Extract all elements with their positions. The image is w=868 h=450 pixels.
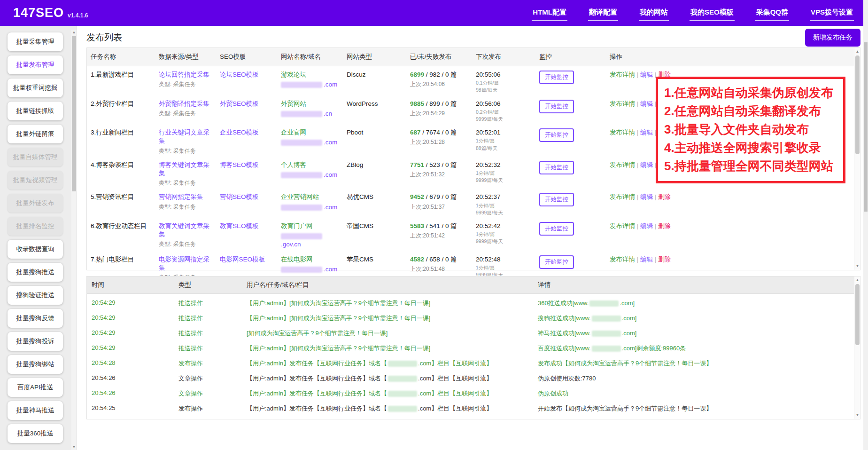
scroll-down-icon[interactable]: ▼: [855, 263, 860, 269]
delete-link[interactable]: 删除: [658, 222, 671, 229]
sidebar-item[interactable]: 批量采集管理: [8, 32, 63, 51]
log-row: 20:54:29推送操作【用户:admin】[如何成为淘宝运营高手？9个细节需注…: [87, 341, 860, 356]
edit-link[interactable]: 编辑: [640, 100, 653, 107]
nav-item[interactable]: 我的网站: [639, 5, 669, 21]
template-link[interactable]: 外贸SEO模板: [220, 100, 274, 108]
sidebar-item[interactable]: 批量链接抓取: [8, 102, 63, 120]
sidebar-item[interactable]: 搜狗验证推送: [8, 286, 63, 305]
nav-item[interactable]: VPS拨号设置: [810, 5, 854, 21]
source-link[interactable]: 外贸翻译指定采集: [159, 100, 213, 108]
domain-suffix: .com: [324, 266, 337, 273]
next-publish-cell: 20:52:011分钟/篇88篇/每天: [472, 124, 535, 157]
scroll-up-icon[interactable]: ▲: [855, 49, 860, 55]
top-bar: 147SEO v1.4.1.6 HTML配置翻译配置我的网站我的SEO模版采集Q…: [0, 0, 868, 26]
template-link[interactable]: 博客SEO模板: [220, 161, 274, 169]
sidebar-item[interactable]: 批量搜狗绑站: [8, 355, 63, 374]
delete-link[interactable]: 删除: [658, 193, 671, 200]
start-monitor-button[interactable]: 开始监控: [539, 222, 574, 236]
source-link[interactable]: 行业关键词文章采集: [159, 128, 213, 145]
published-count: 4582: [410, 256, 424, 263]
col-next-publish: 下次发布: [472, 48, 535, 66]
start-monitor-button[interactable]: 开始监控: [539, 193, 574, 206]
sidebar-item[interactable]: 批量360推送: [8, 424, 63, 443]
start-monitor-button[interactable]: 开始监控: [539, 128, 574, 142]
template-link[interactable]: 电影网SEO模板: [220, 255, 274, 264]
publish-counts: 4582 / 658 / 0 篇: [410, 255, 469, 264]
nav-item[interactable]: 我的SEO模版: [690, 5, 735, 21]
sidebar-item[interactable]: 批量神马推送: [8, 401, 63, 420]
task-template-cell: 营销SEO模板: [216, 189, 277, 218]
source-link[interactable]: 电影资源网指定采集: [159, 255, 213, 272]
publish-detail-link[interactable]: 发布详情: [610, 100, 635, 107]
redacted-domain: [388, 391, 417, 397]
edit-link[interactable]: 编辑: [640, 256, 653, 263]
sidebar-item[interactable]: 收录数据查询: [8, 240, 63, 259]
page-scroll-thumb[interactable]: [864, 42, 868, 212]
source-link[interactable]: 营销网指定采集: [159, 193, 213, 201]
sidebar-item[interactable]: 批量发布管理: [8, 55, 63, 74]
scroll-down-icon[interactable]: ▼: [71, 444, 77, 450]
sidebar-item[interactable]: 百度API推送: [8, 378, 63, 397]
template-link[interactable]: 企业SEO模板: [220, 128, 274, 137]
log-table-header: 时间 类型 用户名/任务/域名/栏目 详情: [87, 276, 860, 294]
template-link[interactable]: 教育SEO模板: [220, 222, 274, 230]
col-data-source: 数据来源/类型: [155, 48, 216, 66]
log-task-suffix: .com】栏目【互联网引流】: [418, 375, 492, 382]
log-table-scrollbar[interactable]: ▲ ▼: [854, 276, 860, 419]
log-row: 20:54:25发布操作【用户:admin】发布任务【互联网行业任务】域名【.c…: [87, 401, 860, 416]
sidebar-item[interactable]: 批量搜狗推送: [8, 263, 63, 282]
scroll-up-icon[interactable]: ▲: [855, 277, 860, 283]
publish-detail-link[interactable]: 发布详情: [610, 256, 635, 263]
nav-item[interactable]: 采集QQ群: [755, 5, 789, 21]
sidebar-item[interactable]: 批量外链留痕: [8, 125, 63, 143]
nav-item[interactable]: HTML配置: [532, 5, 567, 21]
scroll-down-icon[interactable]: ▼: [855, 412, 860, 418]
start-monitor-button[interactable]: 开始监控: [539, 100, 574, 113]
task-table-scrollbar[interactable]: ▲ ▼: [854, 48, 860, 270]
log-detail: 伪原创成功: [533, 386, 860, 401]
sidebar-item[interactable]: 批量权重词挖掘: [8, 79, 63, 97]
nav-item[interactable]: 翻译配置: [588, 5, 618, 21]
daily-limit: 98篇/每天: [476, 87, 533, 93]
log-detail: 开始发布【如何成为淘宝运营高手？9个细节需注意！每日一课】: [533, 401, 860, 416]
sidebar-item[interactable]: 批量搜狗投诉: [8, 332, 63, 351]
delete-link[interactable]: 删除: [658, 256, 671, 263]
publish-rate: 1分钟/篇: [476, 170, 533, 176]
source-link[interactable]: 博客关键词文章采集: [159, 161, 213, 178]
log-scroll-thumb[interactable]: [855, 284, 860, 345]
edit-link[interactable]: 编辑: [640, 71, 653, 78]
start-monitor-button[interactable]: 开始监控: [539, 161, 574, 174]
add-publish-task-button[interactable]: 新增发布任务: [805, 29, 860, 47]
log-row: 20:54:29推送操作[如何成为淘宝运营高手？9个细节需注意！每日一课]神马推…: [87, 326, 860, 341]
source-link[interactable]: 教育关键词文章采集: [159, 222, 213, 239]
sidebar-item[interactable]: 批量搜狗反馈: [8, 309, 63, 328]
template-link[interactable]: 论坛SEO模板: [220, 71, 274, 79]
edit-link[interactable]: 编辑: [640, 129, 653, 136]
sidebar-item: 批量短视频管理: [8, 171, 63, 189]
publish-detail-link[interactable]: 发布详情: [610, 161, 635, 168]
start-monitor-button[interactable]: 开始监控: [539, 71, 574, 84]
publish-detail-link[interactable]: 发布详情: [610, 129, 635, 136]
sidebar-scrollbar[interactable]: ▲ ▼: [71, 30, 77, 450]
log-task-text: 【用户:admin】[如何成为淘宝运营高手？9个细节需注意！每日一课]: [247, 300, 430, 307]
edit-link[interactable]: 编辑: [640, 193, 653, 200]
publish-detail-link[interactable]: 发布详情: [610, 222, 635, 229]
log-time: 20:54:26: [87, 371, 174, 386]
start-monitor-button[interactable]: 开始监控: [539, 255, 574, 269]
next-publish-time: 20:52:48: [476, 255, 533, 264]
task-scroll-thumb[interactable]: [855, 55, 860, 154]
site-cms-type: Discuz: [343, 66, 406, 95]
publish-detail-link[interactable]: 发布详情: [610, 71, 635, 78]
edit-link[interactable]: 编辑: [640, 222, 653, 229]
source-link[interactable]: 论坛回答指定采集: [159, 71, 213, 79]
publish-detail-link[interactable]: 发布详情: [610, 193, 635, 200]
template-link[interactable]: 营销SEO模板: [220, 193, 274, 201]
sidebar-scroll-thumb[interactable]: [72, 36, 76, 191]
task-name: 2.外贸行业栏目: [87, 95, 155, 125]
page-scrollbar[interactable]: [863, 0, 868, 450]
edit-link[interactable]: 编辑: [640, 161, 653, 168]
task-source-cell: 外贸翻译指定采集类型: 采集任务: [155, 95, 216, 125]
task-row: 6.教育行业动态栏目教育关键词文章采集类型: 采集任务教育SEO模板教育门户网.…: [87, 218, 860, 251]
task-row: 5.营销资讯栏目营销网指定采集类型: 采集任务营销SEO模板企业营销网站.com…: [87, 189, 860, 218]
scroll-up-icon[interactable]: ▲: [71, 30, 77, 35]
